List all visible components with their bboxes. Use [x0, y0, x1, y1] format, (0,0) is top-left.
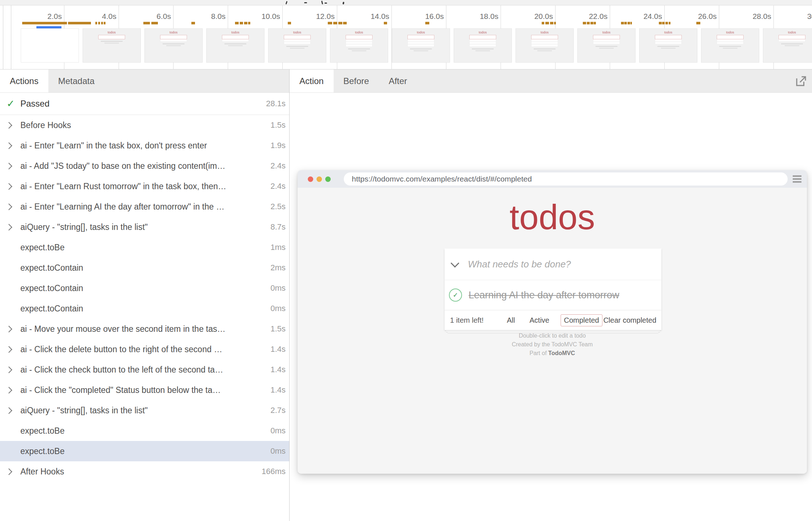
tab-actions[interactable]: Actions: [0, 69, 48, 92]
chevron-right-icon[interactable]: [5, 326, 12, 332]
thumbnail-app-title: todos: [701, 31, 759, 34]
action-time-mark: [550, 22, 553, 24]
thumbnail-todo-line: [469, 42, 496, 44]
action-row[interactable]: ai - Enter "Learn" in the task box, don'…: [0, 135, 289, 156]
timeline[interactable]: 2.0s4.0s6.0s8.0s10.0s12.0s14.0s16.0s18.0…: [0, 5, 812, 69]
timeline-left-tick: [11, 5, 11, 69]
action-row-duration: 2.4s: [270, 161, 286, 171]
filmstrip-thumbnail[interactable]: todos: [206, 28, 264, 63]
filter-all[interactable]: All: [503, 314, 518, 326]
chevron-right-icon[interactable]: [5, 122, 12, 128]
trace-viewer: { "timeline": { "labels": [ {"text":"2.0…: [0, 0, 812, 521]
chevron-right-icon[interactable]: [5, 468, 12, 475]
chevron-right-icon[interactable]: [5, 224, 12, 230]
action-list: Before Hooks1.5sai - Enter "Learn" in th…: [0, 115, 289, 482]
action-time-mark: [151, 22, 158, 24]
clipped-title-fragment: [304, 2, 307, 3]
thumbnail-todo-line: [407, 39, 434, 42]
filmstrip-thumbnail[interactable]: todos: [268, 28, 326, 63]
filter-completed[interactable]: Completed: [561, 314, 602, 326]
filmstrip-thumbnail[interactable]: todos: [763, 28, 812, 63]
filmstrip-thumbnail[interactable]: [21, 28, 79, 63]
thumbnail-todo-line: [717, 42, 744, 44]
action-row[interactable]: After Hooks166ms: [0, 461, 289, 482]
address-bar[interactable]: https://todomvc.com/examples/react/dist/…: [344, 172, 788, 186]
thumbnail-app-title: todos: [640, 31, 697, 34]
todo-footer: 1 item left! AllActiveCompleted Clear co…: [445, 310, 661, 330]
action-row[interactable]: expect.toBe0ms: [0, 441, 289, 461]
action-row[interactable]: expect.toContain2ms: [0, 258, 289, 278]
filmstrip-thumbnail[interactable]: todos: [516, 28, 574, 63]
todomvc-brand-link[interactable]: TodoMVC: [548, 350, 575, 356]
filmstrip-thumbnail[interactable]: todos: [330, 28, 388, 63]
chevron-right-icon[interactable]: [5, 183, 12, 190]
action-row[interactable]: aiQuery - "string[], tasks in the list"2…: [0, 400, 289, 421]
thumbnail-input: [717, 35, 744, 39]
menu-icon[interactable]: [793, 175, 801, 183]
open-external-icon[interactable]: [795, 75, 808, 88]
action-row[interactable]: ai - Click the delete button to the righ…: [0, 339, 289, 359]
action-row[interactable]: expect.toBe0ms: [0, 421, 289, 441]
thumbnail-todo-line: [469, 39, 496, 42]
chevron-right-icon[interactable]: [5, 387, 12, 393]
filmstrip-thumbnail[interactable]: todos: [454, 28, 512, 63]
thumbnail-app-title: todos: [268, 31, 326, 34]
toggle-all-button[interactable]: [445, 262, 465, 266]
filmstrip-thumbnail[interactable]: todos: [392, 28, 450, 63]
action-row[interactable]: ai - Click the "completed" Status button…: [0, 380, 289, 400]
action-row-label: expect.toBe: [20, 243, 267, 252]
zoom-light-icon[interactable]: [325, 176, 331, 182]
action-row-duration: 0ms: [270, 304, 286, 313]
thumbnail-footer-line: [290, 48, 304, 49]
chevron-right-icon[interactable]: [5, 203, 12, 210]
new-todo-input[interactable]: What needs to be done?: [468, 259, 571, 270]
action-row[interactable]: ai - Move your mouse over the second ite…: [0, 319, 289, 339]
action-row[interactable]: aiQuery - "string[], tasks in the list"8…: [0, 217, 289, 237]
timeline-left-tick: [3, 5, 3, 69]
chevron-right-icon[interactable]: [5, 346, 12, 353]
filmstrip-thumbnail[interactable]: todos: [639, 28, 697, 63]
chevron-right-icon[interactable]: [5, 407, 12, 414]
todo-app: todos What needs to be done? ✓ Learning …: [298, 188, 807, 474]
filmstrip-thumbnail[interactable]: todos: [144, 28, 203, 63]
chevron-right-icon[interactable]: [5, 142, 12, 149]
chevron-right-icon[interactable]: [5, 163, 12, 169]
timeline-tick-label: 2.0s: [47, 12, 62, 21]
thumbnail-input: [531, 35, 558, 39]
todo-item[interactable]: ✓ Learning AI the day after tomorrow: [445, 280, 661, 310]
thumbnail-input: [593, 35, 620, 39]
filter-active[interactable]: Active: [526, 314, 553, 326]
action-row-label: expect.toContain: [20, 304, 267, 314]
thumbnail-app-title: todos: [145, 31, 202, 34]
action-row[interactable]: ai - Click the check button to the left …: [0, 359, 289, 380]
filmstrip-thumbnail[interactable]: todos: [83, 28, 141, 63]
tab-metadata[interactable]: Metadata: [48, 69, 104, 92]
filmstrip-thumbnail[interactable]: todos: [701, 28, 759, 63]
action-time-mark: [328, 22, 332, 24]
filmstrip-thumbnail[interactable]: todos: [577, 28, 636, 63]
clear-completed-button[interactable]: Clear completed: [603, 316, 656, 325]
chevron-box: [7, 164, 20, 168]
action-row[interactable]: expect.toContain0ms: [0, 298, 289, 319]
close-light-icon[interactable]: [308, 176, 313, 182]
minimize-light-icon[interactable]: [317, 176, 322, 182]
action-row[interactable]: ai - Enter "Learning AI the day after to…: [0, 196, 289, 217]
tab-before[interactable]: Before: [334, 69, 379, 92]
todo-complete-checkbox[interactable]: ✓: [449, 289, 462, 302]
action-row[interactable]: Before Hooks1.5s: [0, 115, 289, 135]
timeline-tick-label: 16.0s: [425, 12, 444, 21]
tab-action[interactable]: Action: [290, 69, 334, 92]
action-row[interactable]: ai - Add "JS today" to base on the exist…: [0, 156, 289, 176]
tab-after[interactable]: After: [379, 69, 417, 92]
thumbnail-footer-line: [224, 43, 246, 44]
action-row[interactable]: expect.toContain0ms: [0, 278, 289, 298]
thumbnail-todo-line: [593, 42, 620, 44]
action-row-duration: 2.7s: [270, 406, 286, 415]
thumbnail-footer-line: [472, 48, 494, 49]
thumbnail-todo-line: [346, 39, 373, 42]
chevron-right-icon[interactable]: [5, 366, 12, 373]
action-row[interactable]: ai - Enter "Learn Rust tomorrow" in the …: [0, 176, 289, 196]
action-row[interactable]: expect.toBe1ms: [0, 237, 289, 258]
action-time-mark: [143, 22, 150, 24]
thumbnail-footer-line: [596, 46, 617, 47]
